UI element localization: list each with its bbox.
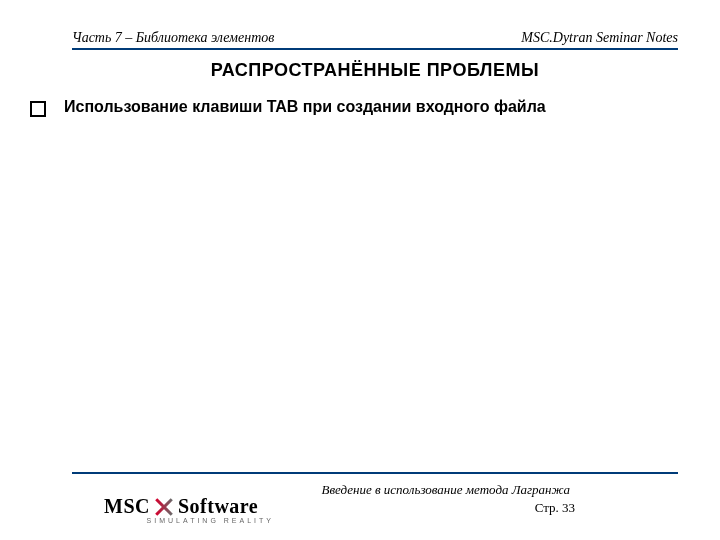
brand-tagline: SIMULATING REALITY	[104, 517, 274, 524]
brand-logo: MSC Software SIMULATING REALITY	[104, 495, 274, 524]
bullet-row: Использование клавиши TAB при создании в…	[30, 98, 678, 117]
square-bullet-icon	[30, 101, 46, 117]
header-left: Часть 7 – Библиотека элементов	[72, 30, 274, 46]
brand-text-left: MSC	[104, 495, 150, 518]
slide-page: Часть 7 – Библиотека элементов MSC.Dytra…	[0, 0, 720, 540]
brand-text-right: Software	[178, 495, 258, 518]
bullet-text: Использование клавиши TAB при создании в…	[64, 98, 678, 116]
header-band: Часть 7 – Библиотека элементов MSC.Dytra…	[72, 30, 678, 46]
brand-x-icon	[154, 497, 174, 517]
header-rule	[72, 48, 678, 50]
footer-rule	[72, 472, 678, 474]
page-title: РАСПРОСТРАНЁННЫЕ ПРОБЛЕМЫ	[72, 60, 678, 81]
header-right: MSC.Dytran Seminar Notes	[521, 30, 678, 46]
footer-subtitle: Введение в использование метода Лагранжа	[321, 482, 570, 498]
page-number: Стр. 33	[535, 500, 575, 516]
brand-logo-main: MSC Software	[104, 495, 274, 518]
